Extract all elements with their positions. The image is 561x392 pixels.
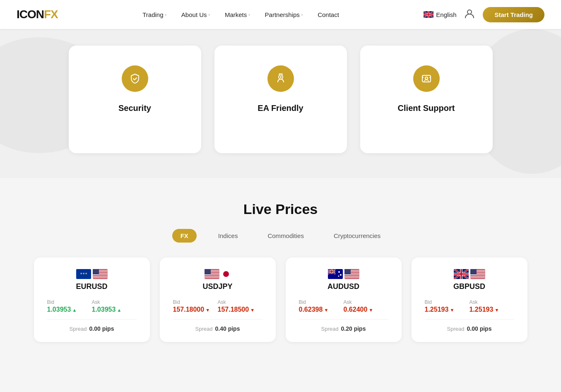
security-icon — [122, 65, 148, 92]
svg-point-34 — [223, 271, 229, 277]
feature-card-ea-friendly: EA Friendly — [214, 46, 347, 153]
client-support-title: Client Support — [398, 103, 455, 113]
nav-item-partnerships[interactable]: Partnerships › — [265, 11, 303, 18]
chevron-down-icon: › — [301, 12, 303, 17]
price-card-audusd: AUDUSD Bid 0.62398 Ask 0.62400 Spread 0.… — [286, 257, 402, 342]
nav-item-markets[interactable]: Markets › — [225, 11, 250, 18]
tab-indices[interactable]: Indices — [210, 229, 246, 243]
svg-point-9 — [467, 10, 472, 14]
eurusd-flags: ★★★ — [76, 269, 108, 279]
features-section: Security EA Friendly — [0, 29, 561, 178]
svg-point-14 — [425, 77, 428, 79]
live-prices-section: Live Prices FX Indices Commodities Crypt… — [0, 178, 561, 367]
gbpusd-pair-name: GBPUSD — [453, 282, 485, 291]
tab-fx[interactable]: FX — [172, 229, 197, 243]
eurusd-bid: 1.03953 — [47, 306, 92, 313]
svg-point-11 — [280, 76, 282, 78]
ea-friendly-icon — [267, 65, 294, 92]
usdjpy-bid: 157.18000 — [173, 306, 218, 313]
chevron-down-icon: › — [248, 12, 250, 17]
eurusd-pair-name: EURUSD — [76, 282, 107, 291]
svg-rect-69 — [470, 274, 485, 275]
nav-item-contact[interactable]: Contact — [318, 11, 339, 18]
logo-fx: FX — [44, 8, 58, 21]
flag-us-icon — [205, 269, 219, 279]
security-title: Security — [118, 103, 151, 113]
ea-friendly-title: EA Friendly — [258, 103, 303, 113]
price-card-gbpusd: GBPUSD Bid 1.25193 Ask 1.25193 Spread 0.… — [412, 257, 527, 342]
svg-rect-13 — [422, 75, 431, 82]
tab-cryptocurrencies[interactable]: Cryptocurrencies — [325, 229, 389, 243]
eurusd-spread: 0.00 pips — [89, 325, 114, 332]
usdjpy-flags — [205, 269, 231, 279]
bid-label: Bid — [47, 299, 92, 305]
chevron-down-icon: › — [209, 12, 210, 17]
chevron-down-icon: › — [165, 12, 166, 17]
gbpusd-bid: 1.25193 — [425, 306, 470, 313]
svg-rect-72 — [470, 269, 477, 274]
svg-rect-71 — [470, 277, 485, 278]
logo[interactable]: ICONFX — [17, 8, 58, 21]
nav-item-trading[interactable]: Trading › — [142, 11, 166, 18]
usdjpy-spread: 0.40 pips — [215, 325, 240, 332]
tab-bar: FX Indices Commodities Cryptocurrencies — [33, 229, 528, 243]
nav-menu: Trading › About Us › Markets › Partnersh… — [142, 11, 339, 18]
usdjpy-pair-name: USDJPY — [202, 282, 232, 291]
feature-card-client-support: Client Support — [360, 46, 493, 153]
flag-jp-icon — [221, 269, 231, 279]
svg-rect-52 — [344, 274, 359, 275]
navbar: ICONFX Trading › About Us › Markets › Pa… — [0, 0, 561, 29]
price-card-eurusd: ★★★ EURUSD — [34, 257, 150, 342]
svg-rect-30 — [205, 276, 219, 277]
flag-au-icon — [328, 269, 343, 279]
svg-point-47 — [338, 276, 339, 277]
svg-rect-70 — [470, 276, 485, 277]
navbar-right: English Start Trading — [424, 7, 544, 22]
language-selector[interactable]: English — [424, 11, 456, 18]
start-trading-button[interactable]: Start Trading — [483, 7, 544, 22]
audusd-pair-name: AUDUSD — [327, 282, 359, 291]
usdjpy-ask: 157.18500 — [218, 306, 262, 313]
gbpusd-ask: 1.25193 — [470, 306, 514, 313]
live-prices-title: Live Prices — [33, 201, 528, 217]
gbpusd-spread: 0.00 pips — [467, 325, 492, 332]
spread-label: Spread — [70, 326, 87, 332]
language-label: English — [436, 11, 456, 18]
divider — [47, 319, 137, 320]
svg-rect-55 — [344, 269, 351, 274]
svg-rect-32 — [205, 269, 211, 274]
audusd-ask: 0.62400 — [344, 306, 388, 313]
svg-rect-24 — [93, 269, 99, 274]
logo-icon: ICON — [17, 8, 44, 21]
ask-label: Ask — [92, 299, 137, 305]
eurusd-ask: 1.03953 — [92, 306, 137, 313]
flag-gb-icon — [454, 269, 469, 279]
feature-cards-row: Security EA Friendly — [0, 46, 561, 153]
user-icon[interactable] — [464, 8, 475, 21]
svg-text:★★★: ★★★ — [80, 272, 87, 275]
feature-card-security: Security — [69, 46, 201, 153]
price-card-usdjpy: USDJPY Bid 157.18000 Ask 157.18500 Sprea… — [160, 257, 276, 342]
audusd-flags — [328, 269, 359, 279]
tab-commodities[interactable]: Commodities — [259, 229, 312, 243]
svg-rect-22 — [93, 276, 108, 277]
svg-point-45 — [338, 271, 340, 273]
svg-rect-21 — [93, 274, 108, 275]
svg-rect-53 — [344, 276, 359, 277]
price-cards-row: ★★★ EURUSD — [33, 257, 528, 342]
client-support-icon — [413, 65, 440, 92]
audusd-spread: 0.20 pips — [341, 325, 366, 332]
svg-rect-31 — [205, 277, 219, 278]
svg-rect-23 — [93, 277, 108, 278]
svg-rect-12 — [279, 74, 282, 75]
flag-us-icon — [470, 269, 485, 279]
flag-us-icon — [93, 269, 108, 279]
audusd-bid: 0.62398 — [299, 306, 344, 313]
flag-eu-icon: ★★★ — [76, 269, 91, 279]
svg-rect-54 — [344, 277, 359, 278]
flag-us-icon — [344, 269, 359, 279]
nav-item-about[interactable]: About Us › — [181, 11, 210, 18]
svg-rect-29 — [205, 274, 219, 275]
svg-point-46 — [340, 274, 342, 276]
flag-uk-icon — [424, 11, 433, 18]
